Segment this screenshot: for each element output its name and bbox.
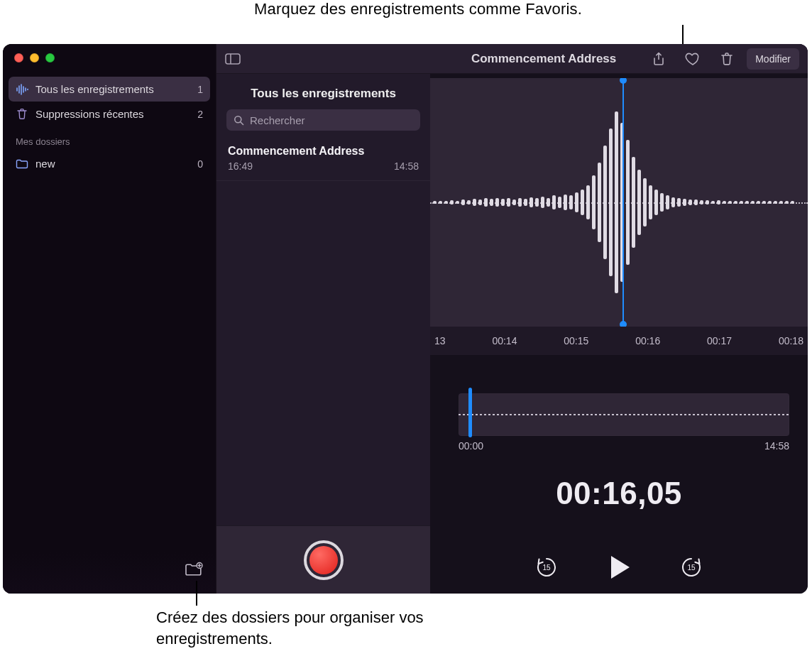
recording-list-item[interactable]: Commencement Address 16:49 14:58 [216,138,430,181]
recordings-list-panel: Tous les enregistrements Rechercher Comm… [216,44,430,594]
overview-end: 14:58 [764,440,789,452]
waveform-zoom-view[interactable] [430,78,808,327]
favorite-button[interactable] [679,48,707,70]
sidebar-folder-item[interactable]: new 0 [9,151,210,176]
callout-favorites: Marquez des enregistrements comme Favori… [254,0,708,18]
close-window-button[interactable] [14,53,23,62]
maximize-window-button[interactable] [45,53,55,62]
recording-time: 16:49 [228,160,253,172]
recording-duration: 14:58 [394,160,419,172]
skip-forward-15-button[interactable]: 15 [679,555,703,579]
skip-back-15-button[interactable]: 15 [534,555,559,579]
sidebar-item-recently-deleted[interactable]: Suppressions récentes 2 [9,102,210,126]
play-button[interactable] [604,552,634,582]
overview-waveform [459,414,789,415]
sidebar-item-label: Tous les enregistrements [35,83,154,95]
record-button[interactable] [304,540,344,580]
folder-icon [16,159,28,169]
svg-rect-9 [226,54,240,64]
timeline-tick: 00:16 [635,335,660,346]
recording-meta: 16:49 14:58 [228,160,419,172]
toggle-sidebar-button[interactable] [216,53,249,65]
waveform-bars [430,78,808,327]
voice-memos-window: Tous les enregistrements 1 Suppressions … [3,44,808,594]
waveform-icon [16,84,28,95]
window-controls [3,44,216,74]
svg-text:15: 15 [542,564,551,572]
sidebar-folder-label: new [35,158,55,170]
detail-toolbar: Commencement Address Modifier [430,44,808,74]
playback-controls: 15 15 [430,552,808,582]
svg-text:15: 15 [687,564,696,572]
callout-newfolder: Créez des dossiers pour organiser vos en… [156,607,461,649]
waveform-overview[interactable] [459,393,789,436]
share-button[interactable] [644,48,673,70]
delete-button[interactable] [713,48,741,70]
sidebar-footer [3,552,216,594]
overview-labels: 00:00 14:58 [459,440,789,452]
timeline-tick: 00:17 [707,335,732,346]
edit-button[interactable]: Modifier [747,48,799,70]
current-playback-time: 00:16,05 [430,476,808,511]
sidebar-item-label: Suppressions récentes [35,108,144,120]
search-icon [234,115,244,126]
sidebar-item-all-recordings[interactable]: Tous les enregistrements 1 [9,77,210,102]
timeline-tick: 00:14 [492,335,517,346]
trash-icon [16,108,28,120]
search-input[interactable]: Rechercher [226,109,420,131]
overview-playhead[interactable] [468,388,472,437]
search-placeholder: Rechercher [250,114,305,126]
timeline-tick: 00:18 [779,335,803,346]
minimize-window-button[interactable] [30,53,39,62]
sidebar-item-count: 1 [197,84,203,95]
recording-detail-panel: Commencement Address Modifier 13 00:14 0… [430,44,808,594]
sidebar: Tous les enregistrements 1 Suppressions … [3,44,216,594]
sidebar-list: Tous les enregistrements 1 Suppressions … [3,74,216,552]
overview-start: 00:00 [459,440,483,452]
new-folder-button[interactable] [185,562,203,577]
sidebar-item-count: 2 [197,109,203,120]
svg-line-12 [241,122,243,125]
playhead[interactable] [622,78,624,327]
record-icon [309,546,338,574]
waveform-timeline: 13 00:14 00:15 00:16 00:17 00:18 [430,327,808,355]
record-footer [216,525,430,594]
recording-detail-title: Commencement Address [449,52,639,66]
recording-title: Commencement Address [228,145,419,158]
sidebar-folder-count: 0 [197,158,203,170]
callout-newfolder-line [196,581,197,606]
sidebar-section-my-folders: Mes dossiers [9,126,210,151]
recordings-list-title: Tous les enregistrements [216,74,430,108]
midlist-header [216,44,430,74]
timeline-tick: 13 [434,335,446,346]
timeline-tick: 00:15 [564,335,588,346]
